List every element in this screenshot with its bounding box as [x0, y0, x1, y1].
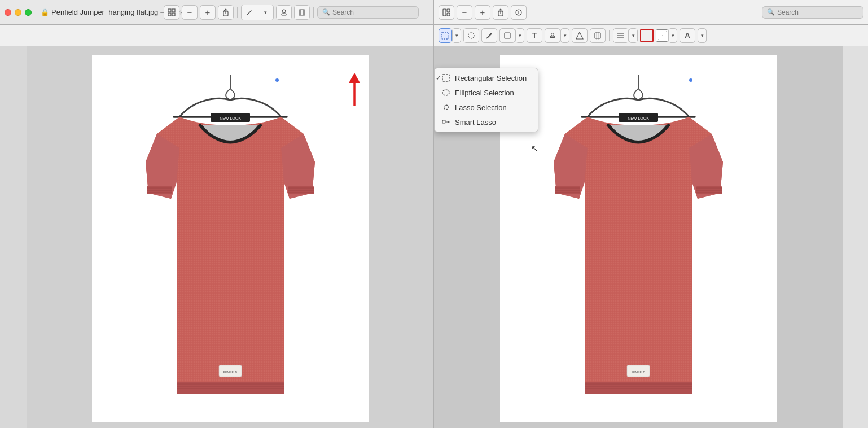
toolbar2-left: [0, 25, 434, 46]
svg-rect-14: [447, 13, 450, 16]
smart-lasso-icon: [441, 117, 450, 126]
search-box-left[interactable]: 🔍: [317, 6, 419, 19]
stamp-tool-group: ▾: [545, 28, 569, 43]
stroke-color-swatch[interactable]: [640, 29, 654, 42]
right-panel: ↖ NEW LOOK: [434, 46, 868, 428]
rect-selection-icon: [441, 73, 450, 82]
lasso-tool-button[interactable]: [463, 28, 479, 43]
lasso-selection-icon: [441, 103, 450, 112]
smart-lasso-label: Smart Lasso: [455, 118, 496, 126]
font-tool-button[interactable]: A: [680, 28, 695, 43]
selection-dropdown-menu: Rectangular Selection Elliptical Selecti…: [434, 68, 538, 132]
left-canvas-container: NEW LOOK: [27, 46, 433, 428]
stamp-button[interactable]: [276, 5, 292, 20]
svg-marker-49: [349, 73, 360, 83]
fill-group: ▾: [656, 28, 677, 43]
layout-toggle-button[interactable]: [164, 5, 179, 20]
svg-rect-8: [282, 14, 286, 15]
rectangular-selection-label: Rectangular Selection: [455, 74, 527, 82]
zoom-in-button-left[interactable]: +: [200, 5, 216, 20]
move-button[interactable]: [294, 5, 310, 20]
right-canvas: ↖ NEW LOOK: [500, 55, 777, 422]
left-canvas: NEW LOOK: [92, 55, 369, 422]
align-tool-button[interactable]: [613, 28, 629, 43]
svg-rect-22: [550, 36, 555, 38]
zoom-out-button-right[interactable]: −: [457, 5, 472, 20]
adjust-tool-button[interactable]: [572, 28, 588, 43]
elliptical-selection-label: Elliptical Selection: [455, 89, 514, 97]
close-button[interactable]: [5, 9, 11, 16]
stamp-tool-button[interactable]: [545, 28, 560, 43]
sweater-image-left: NEW LOOK: [92, 63, 369, 413]
window-title: Penfield Jumper_hanging flat.jpg: [51, 8, 158, 16]
svg-text:PENFIELD: PENFIELD: [632, 370, 646, 374]
svg-rect-9: [299, 10, 305, 15]
share-button-right[interactable]: [493, 5, 508, 20]
svg-rect-0: [168, 9, 171, 12]
right-canvas-container: ↖ NEW LOOK: [434, 46, 843, 428]
font-dropdown[interactable]: ▾: [698, 28, 707, 43]
selection-tool-button[interactable]: [439, 28, 452, 43]
minimize-button[interactable]: [15, 9, 21, 16]
svg-rect-70: [442, 120, 445, 123]
search-icon-left: 🔍: [322, 8, 330, 16]
svg-line-6: [247, 11, 251, 15]
text-tool-button[interactable]: T: [527, 28, 542, 43]
annotate-button-right[interactable]: [511, 5, 527, 20]
elliptical-selection-item[interactable]: Elliptical Selection: [435, 85, 538, 100]
fill-dropdown[interactable]: ▾: [668, 28, 677, 43]
search-input-right[interactable]: [777, 8, 845, 16]
fill-color-swatch[interactable]: [656, 29, 668, 42]
svg-text:NEW LOOK: NEW LOOK: [628, 116, 649, 120]
toolbar2-row: ▾ ▾ T ▾: [0, 25, 868, 46]
zoom-out-button-left[interactable]: −: [182, 5, 198, 20]
lasso-selection-item[interactable]: Lasso Selection: [435, 100, 538, 115]
lock-icon: 🔒: [41, 8, 49, 16]
layout-button-right[interactable]: [439, 5, 454, 20]
zoom-in-button-right[interactable]: +: [475, 5, 490, 20]
svg-rect-19: [442, 32, 449, 39]
stamp-tool-dropdown[interactable]: ▾: [560, 28, 569, 43]
search-input-left[interactable]: [332, 8, 406, 16]
svg-rect-68: [442, 75, 449, 81]
titlebar-right: − + 🔍: [434, 0, 868, 25]
shapes-tool-group: ▾: [499, 28, 524, 43]
crop-tool-button[interactable]: [590, 28, 606, 43]
left-panel: NEW LOOK: [0, 46, 434, 428]
maximize-button[interactable]: [25, 9, 32, 16]
svg-rect-2: [168, 13, 171, 16]
ellipse-selection-icon: [441, 88, 450, 97]
shapes-tool-button[interactable]: [499, 28, 515, 43]
selection-tool-group: ▾: [439, 28, 461, 43]
svg-text:PENFIELD: PENFIELD: [223, 370, 238, 374]
titlebar-left: 🔒 Penfield Jumper_hanging flat.jpg — Loc…: [0, 0, 434, 25]
svg-marker-23: [576, 32, 583, 39]
sweater-image-right: NEW LOOK: [500, 63, 777, 413]
svg-rect-13: [447, 9, 450, 12]
svg-rect-20: [505, 33, 510, 38]
smart-lasso-item[interactable]: Smart Lasso: [435, 115, 538, 129]
align-tool-group: ▾: [613, 28, 638, 43]
rectangular-selection-item[interactable]: Rectangular Selection: [435, 71, 538, 85]
pencil-dropdown[interactable]: ▾: [257, 5, 273, 20]
titlebar-row: 🔒 Penfield Jumper_hanging flat.jpg — Loc…: [0, 0, 868, 25]
search-box-right[interactable]: 🔍: [762, 6, 863, 19]
pen-tool-button[interactable]: [481, 28, 497, 43]
svg-rect-3: [172, 13, 175, 16]
left-sidebar: [0, 46, 27, 428]
align-tool-dropdown[interactable]: ▾: [629, 28, 638, 43]
main-content: NEW LOOK: [0, 46, 868, 428]
svg-rect-1: [172, 9, 175, 12]
pencil-button[interactable]: [242, 5, 257, 20]
traffic-lights: [5, 9, 32, 16]
svg-text:NEW LOOK: NEW LOOK: [220, 116, 241, 120]
svg-point-69: [442, 90, 449, 95]
shapes-tool-dropdown[interactable]: ▾: [515, 28, 524, 43]
search-icon-right: 🔍: [767, 8, 775, 16]
svg-point-7: [282, 10, 286, 13]
color-group: [640, 29, 654, 42]
right-sidebar: [843, 46, 868, 428]
svg-rect-24: [595, 33, 600, 38]
selection-tool-dropdown[interactable]: ▾: [452, 28, 461, 43]
share-button-left[interactable]: [218, 5, 234, 20]
